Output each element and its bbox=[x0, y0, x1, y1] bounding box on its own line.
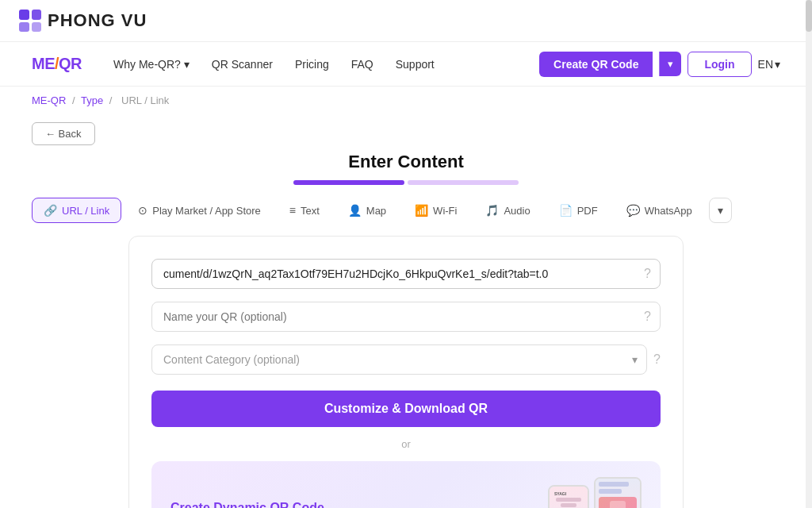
login-button[interactable]: Login bbox=[688, 52, 751, 77]
name-help-icon[interactable]: ? bbox=[644, 310, 651, 324]
breadcrumb-type[interactable]: Type bbox=[81, 94, 103, 106]
enter-content-section: Enter Content bbox=[32, 152, 780, 185]
pdf-icon: 📄 bbox=[559, 204, 573, 217]
breadcrumb-meqr[interactable]: ME-QR bbox=[32, 94, 66, 106]
tab-wifi-label: Wi-Fi bbox=[433, 205, 457, 217]
form-panel: ? ? Content Category (optional) Category… bbox=[128, 236, 684, 508]
breadcrumb-sep2: / bbox=[109, 94, 113, 106]
url-input[interactable] bbox=[151, 259, 661, 289]
nav-link-support[interactable]: Support bbox=[396, 58, 435, 71]
brand-name: PHONG VU bbox=[48, 10, 147, 31]
tab-whatsapp-label: WhatsApp bbox=[645, 205, 692, 217]
tab-audio-label: Audio bbox=[504, 205, 530, 217]
nav-logo-text: ME/QR bbox=[32, 55, 82, 73]
audio-icon: 🎵 bbox=[485, 204, 499, 217]
back-button[interactable]: ← Back bbox=[32, 122, 95, 145]
market-icon: ⊙ bbox=[138, 204, 147, 217]
promo-text: Create Dynamic QR Code Landing Page for … bbox=[170, 499, 324, 508]
tab-audio[interactable]: 🎵 Audio bbox=[473, 198, 542, 223]
phone-screen-1: SYAGI bbox=[550, 487, 588, 508]
nav-links: Why Me-QR? ▾ QR Scanner Pricing FAQ Supp… bbox=[113, 58, 539, 71]
customize-download-button[interactable]: Customize & Download QR bbox=[151, 391, 661, 427]
tab-bar: 🔗 URL / Link ⊙ Play Market / App Store ≡… bbox=[32, 198, 780, 225]
tab-url-label: URL / Link bbox=[62, 205, 109, 217]
chevron-down-icon: ▾ bbox=[775, 58, 780, 71]
category-help-icon[interactable]: ? bbox=[653, 352, 661, 367]
or-divider: or bbox=[151, 438, 661, 450]
qr-name-input-group: ? bbox=[151, 302, 661, 332]
tab-text-label: Text bbox=[301, 205, 320, 217]
screen-line bbox=[556, 498, 581, 502]
nav-bar: ME/QR Why Me-QR? ▾ QR Scanner Pricing FA… bbox=[0, 42, 812, 87]
nav-logo: ME/QR bbox=[32, 55, 82, 73]
nav-link-scanner[interactable]: QR Scanner bbox=[212, 58, 273, 71]
phone-screen-2 bbox=[596, 479, 640, 508]
progress-bar bbox=[287, 180, 525, 185]
tab-map[interactable]: 👤 Map bbox=[336, 198, 398, 223]
tab-more-button[interactable]: ▾ bbox=[709, 198, 732, 223]
tab-play-market[interactable]: ⊙ Play Market / App Store bbox=[126, 198, 273, 223]
enter-content-title: Enter Content bbox=[32, 152, 780, 172]
language-button[interactable]: EN ▾ bbox=[758, 58, 780, 71]
phone-mock-2 bbox=[594, 477, 642, 508]
link-icon: 🔗 bbox=[44, 204, 57, 217]
screen-line-short bbox=[561, 503, 576, 507]
promo-phones: SYAGI bbox=[548, 477, 642, 508]
qr-name-input[interactable] bbox=[151, 302, 661, 332]
breadcrumb: ME-QR / Type / URL / Link bbox=[0, 87, 812, 114]
whatsapp-icon: 💬 bbox=[626, 204, 640, 217]
phone-mock-1: SYAGI bbox=[548, 485, 589, 508]
tab-wifi[interactable]: 📶 Wi-Fi bbox=[403, 198, 469, 223]
tab-url-link[interactable]: 🔗 URL / Link bbox=[32, 198, 121, 223]
map-icon: 👤 bbox=[348, 204, 362, 217]
tab-pdf[interactable]: 📄 PDF bbox=[547, 198, 610, 223]
nav-link-why[interactable]: Why Me-QR? ▾ bbox=[113, 58, 190, 71]
brand-logo-icon bbox=[19, 10, 41, 32]
breadcrumb-current: URL / Link bbox=[121, 94, 169, 106]
scrollbar-thumb[interactable] bbox=[806, 0, 812, 32]
category-input-group: Content Category (optional) Category 1 C… bbox=[151, 344, 661, 375]
nav-actions: Create QR Code ▾ Login EN ▾ bbox=[539, 52, 780, 77]
nav-link-faq[interactable]: FAQ bbox=[351, 58, 373, 71]
brand-bar: PHONG VU bbox=[0, 0, 812, 42]
progress-inactive bbox=[408, 180, 519, 185]
wifi-icon: 📶 bbox=[415, 204, 428, 217]
breadcrumb-sep1: / bbox=[72, 94, 75, 106]
scrollbar-track[interactable] bbox=[806, 0, 812, 508]
chevron-down-icon: ▾ bbox=[718, 204, 723, 217]
promo-title: Create Dynamic QR Code Landing Page for … bbox=[170, 499, 324, 508]
category-select-wrapper: Content Category (optional) Category 1 C… bbox=[151, 344, 647, 375]
nav-link-pricing[interactable]: Pricing bbox=[295, 58, 329, 71]
text-icon: ≡ bbox=[289, 204, 296, 217]
tab-text[interactable]: ≡ Text bbox=[278, 198, 331, 223]
create-qr-button[interactable]: Create QR Code bbox=[539, 52, 653, 77]
progress-active bbox=[293, 180, 404, 185]
tab-pdf-label: PDF bbox=[577, 205, 598, 217]
category-select[interactable]: Content Category (optional) Category 1 C… bbox=[151, 344, 647, 375]
create-qr-dropdown-button[interactable]: ▾ bbox=[659, 52, 681, 76]
tab-whatsapp[interactable]: 💬 WhatsApp bbox=[615, 198, 704, 223]
chevron-down-icon: ▾ bbox=[184, 58, 190, 71]
brand-logo: PHONG VU bbox=[19, 10, 147, 32]
url-help-icon[interactable]: ? bbox=[644, 267, 651, 281]
url-input-group: ? bbox=[151, 259, 661, 289]
main-content: ← Back Enter Content 🔗 URL / Link ⊙ Play… bbox=[0, 114, 812, 508]
tab-map-label: Map bbox=[366, 205, 386, 217]
promo-card: Create Dynamic QR Code Landing Page for … bbox=[151, 461, 661, 508]
tab-market-label: Play Market / App Store bbox=[152, 205, 261, 217]
